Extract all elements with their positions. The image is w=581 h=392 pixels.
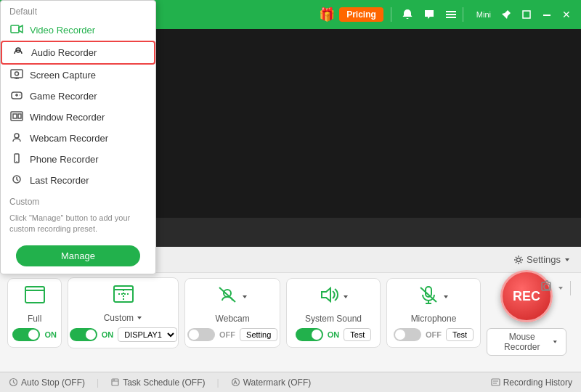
comment-icon-btn[interactable] (420, 7, 438, 22)
settings-label: Settings (527, 254, 561, 265)
screen-capture-label: Screen Capture (30, 70, 96, 81)
svg-rect-22 (11, 70, 23, 78)
window-recorder-label: Window Recorder (30, 112, 105, 123)
custom-toggle-knob (86, 330, 96, 340)
webcam-toggle-knob (189, 330, 199, 340)
svg-rect-1 (446, 14, 456, 15)
panel-item-last-recorder[interactable]: Last Recorder (1, 170, 155, 191)
toolbar-center: 🎁 Pricing (319, 7, 460, 23)
full-label: Full (28, 314, 41, 324)
svg-rect-4 (543, 15, 550, 16)
video-recorder-label: Video Recorder (30, 25, 95, 36)
game-recorder-label: Game Recorder (30, 91, 97, 102)
phone-recorder-label: Phone Recorder (30, 154, 99, 165)
snapshot-button[interactable] (540, 279, 554, 297)
custom-control-card: Custom ON DISPLAY1 (68, 277, 179, 348)
mouse-recorder-label: Mouse Recorder (495, 332, 550, 352)
settings-button[interactable]: Settings (513, 254, 571, 265)
svg-rect-26 (13, 114, 17, 118)
microphone-toggle-row: OFF Test (394, 328, 474, 341)
system-sound-toggle[interactable] (296, 328, 323, 341)
microphone-test-button[interactable]: Test (446, 328, 474, 341)
webcam-toggle-row: OFF Setting (187, 328, 277, 341)
app-container: tered) 🎁 Pricing Mini (0, 0, 581, 392)
pricing-button[interactable]: Pricing (339, 7, 383, 22)
system-sound-toggle-knob (312, 330, 322, 340)
panel-item-audio-recorder[interactable]: Audio Recorder (1, 41, 155, 65)
audio-recorder-icon (11, 46, 25, 59)
recording-history-status[interactable]: Recording History (491, 377, 572, 388)
gift-icon: 🎁 (319, 7, 335, 23)
webcam-toggle[interactable] (187, 328, 215, 341)
display-select[interactable]: DISPLAY1 (118, 327, 177, 342)
custom-toggle[interactable] (70, 328, 97, 341)
controls-row: Full ON Custom (0, 273, 581, 353)
svg-rect-3 (523, 11, 530, 18)
custom-section-label: Custom (1, 191, 155, 210)
separator-2 (463, 7, 463, 22)
phone-recorder-icon (9, 153, 24, 166)
manage-button[interactable]: Manage (16, 245, 139, 266)
audio-recorder-label: Audio Recorder (31, 47, 97, 58)
custom-label: Custom (104, 313, 134, 323)
minimize-icon-btn[interactable] (539, 8, 555, 21)
microphone-icon (418, 285, 439, 309)
webcam-recorder-label: Webcam Recorder (30, 133, 108, 144)
svg-rect-20 (11, 25, 19, 33)
webcam-recorder-icon (9, 132, 24, 144)
system-sound-label: System Sound (305, 314, 362, 324)
full-toggle-knob (28, 330, 38, 340)
menu-icon-btn[interactable] (442, 7, 460, 22)
system-sound-test-button[interactable]: Test (344, 328, 371, 341)
custom-icon (113, 284, 134, 309)
svg-rect-0 (446, 11, 456, 12)
panel-item-window-recorder[interactable]: Window Recorder (1, 107, 155, 128)
microphone-toggle-label: OFF (426, 330, 442, 339)
panel-item-webcam-recorder[interactable]: Webcam Recorder (1, 128, 155, 149)
panel-item-phone-recorder[interactable]: Phone Recorder (1, 149, 155, 170)
system-sound-icon (317, 285, 339, 309)
snapshot-section (540, 279, 574, 297)
svg-point-6 (544, 284, 550, 290)
auto-stop-label: Auto Stop (OFF) (21, 377, 85, 388)
bell-icon-btn[interactable] (399, 7, 416, 22)
svg-rect-17 (112, 379, 118, 385)
watermark-label: Watermark (OFF) (243, 377, 312, 388)
svg-rect-7 (25, 287, 44, 303)
video-recorder-icon (9, 24, 24, 36)
svg-point-28 (15, 134, 19, 138)
panel-item-video-recorder[interactable]: Video Recorder (1, 20, 155, 41)
system-sound-toggle-row: ON Test (296, 328, 372, 341)
svg-point-5 (517, 258, 521, 261)
system-sound-control-card: System Sound ON Test (286, 278, 381, 348)
game-recorder-icon (9, 90, 24, 102)
restore-icon-btn[interactable] (519, 8, 535, 21)
screen-capture-icon (9, 69, 24, 81)
svg-rect-27 (18, 114, 21, 118)
webcam-control-card: Webcam OFF Setting (184, 278, 280, 348)
separator-1 (391, 7, 391, 22)
webcam-label: Webcam (216, 314, 250, 324)
pin-icon-btn[interactable] (498, 8, 514, 21)
default-section-label: Default (1, 1, 155, 20)
panel-item-screen-capture[interactable]: Screen Capture (1, 65, 155, 86)
task-schedule-status: Task Schedule (OFF) (110, 377, 205, 388)
custom-toggle-label: ON (102, 330, 114, 339)
full-icon (24, 285, 46, 309)
webcam-icon (216, 285, 238, 309)
divider-1 (570, 281, 571, 295)
mouse-recorder-button[interactable]: Mouse Recorder (487, 328, 566, 356)
custom-toggle-row: ON DISPLAY1 (70, 327, 178, 342)
custom-hint-text: Click "Manage" button to add your custom… (1, 210, 155, 241)
full-toggle[interactable] (12, 328, 40, 341)
webcam-setting-button[interactable]: Setting (240, 328, 277, 341)
full-control-card: Full ON (7, 278, 62, 348)
microphone-toggle[interactable] (394, 328, 421, 341)
panel-item-game-recorder[interactable]: Game Recorder (1, 86, 155, 107)
watermark-status: Watermark (OFF) (231, 377, 312, 388)
close-icon-btn[interactable]: ✕ (559, 7, 574, 22)
svg-rect-2 (446, 17, 456, 18)
full-toggle-row: ON (12, 328, 57, 341)
mini-button[interactable]: Mini (474, 9, 494, 20)
webcam-toggle-label: OFF (219, 330, 235, 339)
